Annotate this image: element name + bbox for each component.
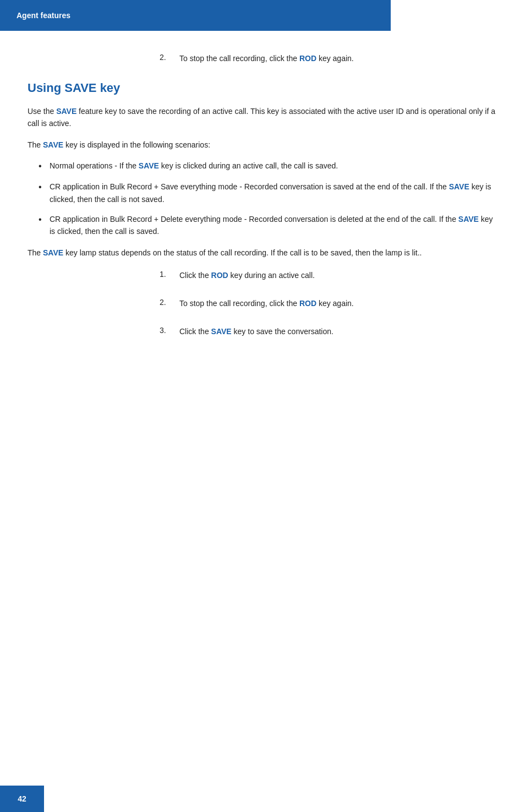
step2-before: To stop the call recording, click the [179, 299, 299, 308]
section-title-part1: Using [28, 81, 64, 95]
step2-keyword: ROD [299, 299, 316, 308]
top-step-text: To stop the call recording, click the RO… [179, 53, 354, 64]
bullet-item-1: • Normal operations - If the SAVE key is… [39, 160, 497, 173]
bullet2-keyword: SAVE [449, 182, 469, 191]
save-lamp-keyword: SAVE [43, 248, 63, 257]
scenario-text-after: key is displayed in the following scenar… [63, 140, 210, 149]
intro-text-middle: feature key to save the recording of an … [28, 107, 495, 128]
section-title-keyword: SAVE [64, 81, 96, 95]
step-3-text: Click the SAVE key to save the conversat… [179, 326, 333, 337]
bullet1-after: key is clicked during an active call, th… [159, 161, 338, 170]
bullet-text-3: CR application in Bulk Record + Delete e… [50, 213, 497, 238]
intro-keyword: SAVE [56, 107, 76, 116]
top-step-text-before: To stop the call recording, click the [179, 54, 297, 63]
section-title: Using SAVE key [28, 81, 497, 95]
bullet-item-3: • CR application in Bulk Record + Delete… [39, 213, 497, 238]
step-1-text: Click the ROD key during an active call. [179, 270, 315, 281]
bullet2-before: CR application in Bulk Record + Save eve… [50, 182, 449, 191]
bullet3-before: CR application in Bulk Record + Delete e… [50, 215, 458, 224]
bullet-dot-2: • [39, 181, 44, 194]
save-lamp-after: key lamp status depends on the status of… [63, 248, 422, 257]
save-lamp-before: The [28, 248, 43, 257]
bullet-text-1: Normal operations - If the SAVE key is c… [50, 160, 338, 172]
scenario-text-before: The [28, 140, 43, 149]
step-2-number: 2. [160, 298, 173, 307]
intro-paragraph: Use the SAVE feature key to save the rec… [28, 105, 497, 130]
step3-before: Click the [179, 327, 211, 336]
step-1-number: 1. [160, 270, 173, 279]
top-step-keyword: ROD [297, 54, 316, 63]
intro-text-before: Use the [28, 107, 56, 116]
page-content: 2. To stop the call recording, click the… [0, 31, 525, 387]
scenario-intro: The SAVE key is displayed in the followi… [28, 139, 497, 151]
save-lamp-paragraph: The SAVE key lamp status depends on the … [28, 247, 497, 259]
steps-section: 1. Click the ROD key during an active ca… [160, 270, 497, 337]
top-step-number: 2. [160, 53, 173, 64]
section-title-part2: key [97, 81, 121, 95]
step-3-number: 3. [160, 326, 173, 335]
top-step-text-after: key again. [316, 54, 354, 63]
step1-before: Click the [179, 271, 211, 280]
page-footer: 42 [0, 786, 44, 812]
step2-after: key again. [316, 299, 354, 308]
top-step-2: 2. To stop the call recording, click the… [160, 53, 497, 64]
step1-after: key during an active call. [228, 271, 315, 280]
step3-keyword: SAVE [211, 327, 232, 336]
bullet-text-2: CR application in Bulk Record + Save eve… [50, 181, 497, 205]
step-row-2: 2. To stop the call recording, click the… [160, 298, 497, 309]
scenario-keyword: SAVE [43, 140, 63, 149]
bullet-item-2: • CR application in Bulk Record + Save e… [39, 181, 497, 205]
bullet-list: • Normal operations - If the SAVE key is… [39, 160, 497, 238]
header-title: Agent features [17, 11, 70, 20]
step3-after: key to save the conversation. [232, 327, 333, 336]
step-row-3: 3. Click the SAVE key to save the conver… [160, 326, 497, 337]
bullet1-before: Normal operations - If the [50, 161, 139, 170]
bullet1-keyword: SAVE [139, 161, 159, 170]
step1-keyword: ROD [211, 271, 228, 280]
step-2-text: To stop the call recording, click the RO… [179, 298, 354, 309]
header-bar: Agent features [0, 0, 391, 31]
bullet-dot-3: • [39, 213, 44, 226]
bullet-dot-1: • [39, 160, 44, 173]
step-row-1: 1. Click the ROD key during an active ca… [160, 270, 497, 281]
bullet3-keyword: SAVE [458, 215, 479, 224]
page-number: 42 [18, 794, 26, 803]
